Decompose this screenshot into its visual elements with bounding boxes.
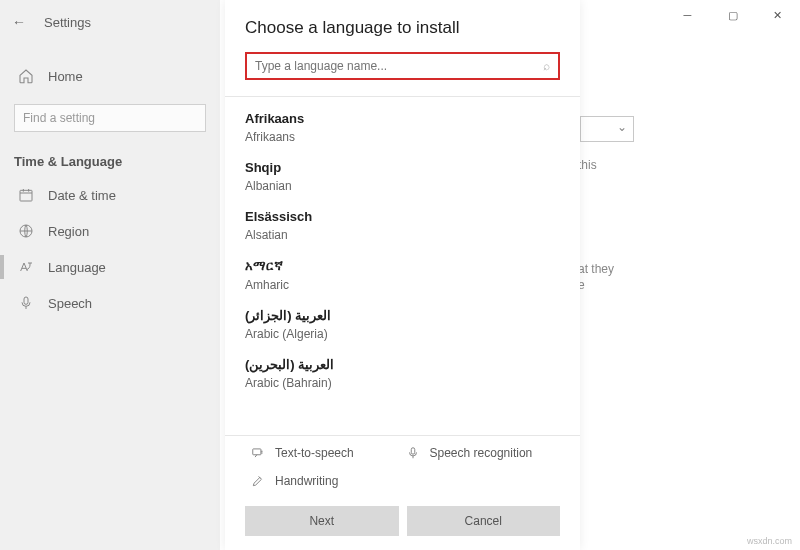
feature-label: Text-to-speech (275, 446, 354, 460)
feature-speech: Speech recognition (406, 446, 561, 460)
close-button[interactable]: ✕ (755, 0, 800, 30)
back-arrow-icon: ← (12, 14, 26, 30)
svg-rect-4 (411, 448, 415, 454)
install-language-dialog: Choose a language to install ⌕ Afrikaans… (225, 0, 580, 550)
bg-text-2: at they (578, 262, 614, 276)
svg-rect-0 (20, 190, 32, 201)
bg-text-1: this (578, 158, 597, 172)
lang-translated: Albanian (245, 179, 560, 193)
svg-rect-2 (24, 297, 28, 304)
handwriting-icon (251, 474, 265, 488)
language-item[interactable]: العربية (الجزائر) Arabic (Algeria) (245, 298, 560, 347)
search-field[interactable] (255, 59, 543, 73)
settings-sidebar: ← Settings Home Find a setting Time & La… (0, 0, 220, 550)
back-row[interactable]: ← Settings (0, 8, 220, 36)
home-nav[interactable]: Home (0, 58, 220, 94)
feature-label: Speech recognition (430, 446, 533, 460)
home-icon (18, 68, 34, 84)
nav-label: Speech (48, 296, 92, 311)
language-item[interactable]: العربية (البحرين) Arabic (Bahrain) (245, 347, 560, 396)
lang-native: العربية (البحرين) (245, 357, 560, 372)
globe-icon (18, 223, 34, 239)
watermark: wsxdn.com (747, 536, 792, 546)
app-title: Settings (44, 15, 91, 30)
microphone-icon (406, 446, 420, 460)
cancel-button[interactable]: Cancel (407, 506, 561, 536)
lang-translated: Afrikaans (245, 130, 560, 144)
microphone-icon (18, 295, 34, 311)
language-icon (18, 259, 34, 275)
search-icon: ⌕ (543, 59, 550, 73)
next-button[interactable]: Next (245, 506, 399, 536)
sidebar-item-region[interactable]: Region (0, 213, 220, 249)
window-controls: ─ ▢ ✕ (665, 0, 800, 30)
tts-icon (251, 446, 265, 460)
language-list[interactable]: Afrikaans Afrikaans Shqip Albanian Elsäs… (225, 97, 580, 435)
sidebar-item-language[interactable]: Language (0, 249, 220, 285)
lang-native: Afrikaans (245, 111, 560, 126)
language-item[interactable]: አማርኛ Amharic (245, 248, 560, 298)
lang-native: Elsässisch (245, 209, 560, 224)
language-item[interactable]: Afrikaans Afrikaans (245, 101, 560, 150)
find-setting-input[interactable]: Find a setting (14, 104, 206, 132)
sidebar-item-date-time[interactable]: Date & time (0, 177, 220, 213)
lang-translated: Arabic (Algeria) (245, 327, 560, 341)
lang-translated: Alsatian (245, 228, 560, 242)
feature-handwriting: Handwriting (251, 474, 406, 488)
lang-translated: Arabic (Bahrain) (245, 376, 560, 390)
lang-native: العربية (الجزائر) (245, 308, 560, 323)
nav-label: Language (48, 260, 106, 275)
calendar-icon (18, 187, 34, 203)
sidebar-item-speech[interactable]: Speech (0, 285, 220, 321)
dialog-title: Choose a language to install (225, 0, 580, 52)
lang-translated: Amharic (245, 278, 560, 292)
language-search-input[interactable]: ⌕ (245, 52, 560, 80)
language-item[interactable]: Elsässisch Alsatian (245, 199, 560, 248)
partial-dropdown[interactable] (580, 116, 634, 142)
language-item[interactable]: Shqip Albanian (245, 150, 560, 199)
lang-native: አማርኛ (245, 258, 560, 274)
dialog-buttons: Next Cancel (225, 496, 580, 550)
sidebar-group-title: Time & Language (14, 154, 206, 169)
find-placeholder: Find a setting (23, 111, 95, 125)
maximize-button[interactable]: ▢ (710, 0, 755, 30)
minimize-button[interactable]: ─ (665, 0, 710, 30)
feature-label: Handwriting (275, 474, 338, 488)
language-features: Text-to-speech Speech recognition Handwr… (225, 435, 580, 496)
feature-tts: Text-to-speech (251, 446, 406, 460)
nav-label: Region (48, 224, 89, 239)
nav-label: Date & time (48, 188, 116, 203)
home-label: Home (48, 69, 83, 84)
lang-native: Shqip (245, 160, 560, 175)
svg-rect-3 (253, 449, 261, 455)
